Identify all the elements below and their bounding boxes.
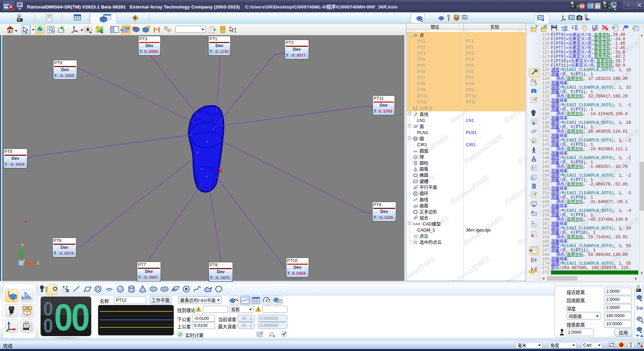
svg-text:CAD: CAD [413, 222, 420, 226]
svg-text:Z: Z [23, 259, 25, 264]
svg-text:X: X [37, 261, 40, 266]
svg-text:+: + [533, 176, 535, 179]
svg-text:Y: Y [21, 243, 24, 249]
svg-text:A: A [127, 27, 129, 30]
